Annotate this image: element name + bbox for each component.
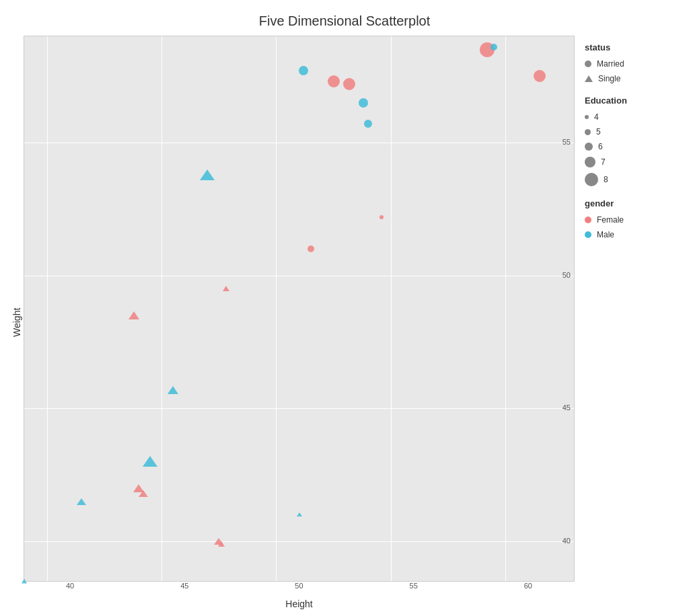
legend-status-title: status [585,42,672,52]
chart-title: Five Dimensional Scatterplot [259,13,431,29]
legend-gender-title: gender [585,198,672,208]
gender-color-icon [585,217,591,223]
x-tick: 60 [524,582,532,590]
plot-area: 40455055 [24,36,575,582]
data-point [328,75,340,87]
data-point [364,120,372,128]
data-point [223,286,229,291]
data-point [307,245,314,252]
grid-line-vertical [161,36,162,581]
circle-icon [585,61,591,67]
chart-container: Five Dimensional Scatterplot Weight 4045… [0,0,689,616]
data-point [22,579,27,584]
x-tick: 40 [66,582,74,590]
legend-education-title: Education [585,95,672,106]
data-point [200,169,215,180]
y-tick: 45 [563,404,571,412]
x-tick: 50 [295,582,303,590]
grid-line-horizontal [24,143,574,143]
legend: statusMarriedSingleEducation45678genderF… [575,36,682,609]
data-point [299,66,308,75]
x-axis-label: Height [24,599,575,609]
data-point [359,98,368,108]
circle-size-icon [585,115,589,119]
data-point [218,541,225,547]
gender-color-icon [585,231,591,238]
data-point [139,490,148,497]
legend-gender-item: Male [585,230,672,239]
grid-line-vertical [276,36,277,581]
legend-education-item: 4 [585,112,672,122]
data-point [534,70,546,82]
grid-line-vertical [47,36,48,581]
triangle-icon [585,75,593,82]
legend-education-item: 7 [585,157,672,167]
data-point [343,78,355,90]
data-point [491,44,497,50]
legend-education-label: 6 [598,142,603,151]
legend-status-item: Married [585,59,672,69]
legend-gender-item: Female [585,215,672,225]
y-tick: 50 [563,272,571,279]
plot-with-xaxis: 40455055 4045505560 Height [24,36,575,609]
grid-line-horizontal [24,541,574,542]
data-point [77,498,86,505]
legend-status-label: Single [598,74,620,83]
data-point [168,386,178,394]
circle-size-icon [585,143,593,151]
grid-line-vertical [391,36,392,581]
plot-area-wrapper: Weight 40455055 4045505560 Height [7,36,575,609]
grid-line-horizontal [24,276,574,276]
legend-gender-label: Male [597,230,614,239]
legend-education-label: 4 [594,112,599,122]
circle-size-icon [585,173,598,186]
x-tick: 45 [180,582,188,590]
data-point [129,311,139,319]
data-point [379,215,384,219]
grid-line-vertical [505,36,506,581]
y-tick: 40 [563,537,571,545]
legend-gender-label: Female [597,215,624,225]
circle-size-icon [585,129,591,135]
legend-education-item: 6 [585,142,672,151]
legend-status-label: Married [597,59,624,69]
legend-education-label: 7 [601,157,606,167]
legend-education-label: 5 [596,127,601,137]
y-tick: 55 [563,139,571,146]
x-ticks: 4045505560 [47,582,571,595]
x-tick: 55 [410,582,418,590]
grid-line-horizontal [24,408,574,409]
data-point [143,456,157,467]
data-point [297,512,302,516]
y-axis-label: Weight [7,36,24,609]
legend-education-label: 8 [604,175,608,184]
chart-body: Weight 40455055 4045505560 Height status… [7,36,682,609]
legend-education-item: 5 [585,127,672,137]
legend-status-item: Single [585,74,672,83]
legend-education-item: 8 [585,173,672,186]
circle-size-icon [585,157,595,167]
